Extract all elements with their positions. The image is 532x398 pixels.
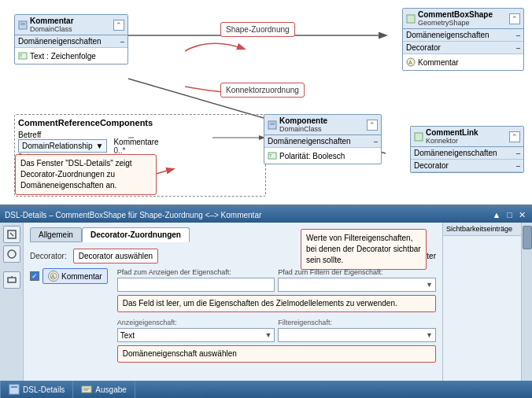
- panel-controls: ▲ □ ✕: [490, 210, 527, 220]
- panel-titlebar: DSL-Details – CommentBoxShape für Shape-…: [0, 207, 532, 223]
- bottom-panel: DSL-Details – CommentBoxShape für Shape-…: [0, 206, 532, 398]
- domain-class-icon: [18, 20, 28, 30]
- decorator-item-icon: A: [406, 57, 416, 67]
- kommentar-item: T Text : Zeichenfolge: [18, 50, 124, 61]
- decorator-form-label: Decorator:: [30, 252, 67, 260]
- panel-filter-callout: Werte von Filtereigenschaften, bei denen…: [301, 229, 427, 270]
- ref-title: CommentReferenceComponents: [18, 118, 262, 127]
- commentlink-box: CommentLink Konnektor ⌃ Domäneneigenscha…: [410, 126, 524, 173]
- commentboxshape-decorator-section: Decorator –: [403, 42, 523, 54]
- path-display-input[interactable]: [117, 278, 275, 292]
- svg-rect-23: [9, 385, 19, 394]
- komponente-expand[interactable]: ⌃: [367, 120, 378, 131]
- commentboxshape-box: CommentBoxShape GeometryShape ⌃ Domänene…: [402, 8, 524, 71]
- path-filter-dropdown[interactable]: ▼: [278, 278, 436, 292]
- panel-sidebar: [0, 223, 24, 381]
- kommentar-decorator-label: Kommentar: [61, 272, 102, 281]
- commentlink-header: CommentLink Konnektor ⌃: [411, 127, 523, 147]
- tab-allgemein[interactable]: Allgemein: [30, 227, 82, 242]
- commentboxshape-subtitle: GeometryShape: [418, 19, 493, 27]
- panel-body: Allgemein Decorator-Zuordnungen Werte vo…: [0, 223, 532, 381]
- svg-rect-12: [270, 123, 275, 125]
- anzeige-value: Text: [120, 331, 135, 340]
- panel-float-button[interactable]: □: [505, 210, 514, 219]
- svg-text:A: A: [408, 60, 412, 65]
- mult2: 0..*: [113, 146, 158, 155]
- commentboxshape-title: CommentBoxShape: [418, 10, 493, 19]
- diagram-area: Kommentar DomainClass ⌃ Domäneneigenscha…: [0, 0, 532, 206]
- svg-rect-24: [11, 386, 17, 388]
- komponente-section: Domäneneigenschaften –: [264, 135, 381, 148]
- commentlink-expand[interactable]: ⌃: [509, 131, 520, 142]
- komponente-item: T Polarität: Boolesch: [268, 150, 378, 161]
- kommentar-decorator-icon: A: [48, 271, 59, 282]
- svg-text:T: T: [269, 153, 272, 158]
- komponente-content: T Polarität: Boolesch: [264, 148, 381, 164]
- dsl-details-icon: [9, 384, 20, 395]
- commentboxshape-header: CommentBoxShape GeometryShape ⌃: [403, 9, 523, 29]
- sichtbarkeit-label: Sichtbarkeitseinträge: [443, 223, 521, 236]
- text-property-icon: T: [18, 51, 28, 61]
- sidebar-btn-1[interactable]: [3, 226, 20, 243]
- panel-main-content: Allgemein Decorator-Zuordnungen Werte vo…: [24, 223, 442, 381]
- sidebar-btn-2[interactable]: [3, 245, 20, 263]
- ref-components-box: CommentReferenceComponents Betreff Domai…: [14, 114, 266, 197]
- taskbar: DSL-Details Ausgabe: [0, 381, 532, 398]
- svg-line-17: [10, 233, 13, 236]
- svg-rect-15: [415, 133, 423, 141]
- kommentar-content: T Text : Zeichenfolge: [15, 48, 127, 64]
- commentlink-icon: [414, 132, 423, 142]
- panel-scrollbar[interactable]: [521, 223, 532, 381]
- komponente-header: Komponente DomainClass ⌃: [264, 115, 381, 135]
- kommentar-section: Domäneneigenschaften –: [15, 35, 127, 48]
- filter-dropdown[interactable]: ▼: [278, 328, 436, 342]
- svg-rect-5: [20, 23, 25, 25]
- tab-decorator[interactable]: Decorator-Zuordnungen: [82, 227, 190, 242]
- field-empty-callout: Das Feld ist leer, um die Eigenschaften …: [117, 295, 436, 312]
- decorator-select-callout: Decorator auswählen: [73, 249, 159, 263]
- filter-label: Filtereigenschaft:: [278, 319, 436, 326]
- kommentar-decorator-item[interactable]: A Kommentar: [42, 268, 108, 284]
- commentboxshape-decorator-item: A Kommentar: [406, 57, 520, 68]
- commentboxshape-expand[interactable]: ⌃: [509, 13, 520, 24]
- path-label-2: Pfad zum Filtern der Eigenschaft:: [278, 268, 436, 276]
- konnektorzuordnung-callout: Konnektorzuordnung: [220, 83, 305, 98]
- komponente-title: Komponente: [279, 116, 327, 125]
- bool-property-icon: T: [268, 151, 277, 160]
- decorator-hint-callout: Das Fenster "DSL-Details" zeigt Decorato…: [15, 154, 157, 195]
- sidebar-btn-3[interactable]: [3, 271, 20, 289]
- geometry-shape-icon: [406, 14, 416, 24]
- domane-callout: Domäneneigenschaft auswählen: [117, 345, 436, 363]
- komponente-box: Komponente DomainClass ⌃ Domäneneigensch…: [264, 114, 382, 164]
- kommentare-label: Kommentare: [113, 138, 158, 146]
- ausgabe-icon: [81, 384, 92, 395]
- commentlink-decorator: Decorator –: [411, 160, 523, 172]
- panel-title: DSL-Details – CommentBoxShape für Shape-…: [5, 211, 261, 219]
- svg-text:A: A: [51, 274, 55, 279]
- sichtbarkeit-panel: Sichtbarkeitseinträge: [442, 223, 521, 381]
- komponente-class-icon: [268, 120, 277, 130]
- anzeige-dropdown[interactable]: Text ▼: [117, 328, 275, 342]
- commentlink-section: Domäneneigenschaften –: [411, 147, 523, 160]
- commentboxshape-section: Domäneneigenschaften –: [403, 29, 523, 42]
- kommentar-header: Kommentar DomainClass ⌃: [15, 15, 127, 35]
- svg-text:T: T: [20, 53, 23, 58]
- taskbar-ausgabe[interactable]: Ausgabe: [73, 381, 135, 398]
- kommentar-box: Kommentar DomainClass ⌃ Domäneneigenscha…: [14, 14, 128, 64]
- scrollbar-thumb[interactable]: [523, 226, 532, 249]
- kommentar-subtitle: DomainClass: [30, 25, 74, 33]
- panel-close-button[interactable]: ✕: [517, 210, 527, 220]
- taskbar-dsl-details[interactable]: DSL-Details: [0, 381, 73, 398]
- panel-pin-button[interactable]: ▲: [490, 210, 502, 219]
- commentlink-subtitle: Konnektor: [426, 137, 478, 145]
- svg-rect-19: [8, 278, 16, 282]
- kommentar-checkbox[interactable]: ✓: [30, 271, 39, 281]
- kommentar-expand[interactable]: ⌃: [113, 20, 124, 31]
- commentlink-title: CommentLink: [426, 128, 478, 137]
- komponente-subtitle: DomainClass: [279, 125, 327, 133]
- svg-rect-8: [407, 15, 415, 23]
- svg-rect-25: [82, 386, 91, 392]
- kommentar-decorator-row: ✓ A Kommentar Pfad zum Anzeigen der Eige…: [30, 268, 436, 363]
- relation-dropdown[interactable]: DomainRelationship ▼: [18, 139, 107, 153]
- kommentar-title: Kommentar: [30, 17, 74, 25]
